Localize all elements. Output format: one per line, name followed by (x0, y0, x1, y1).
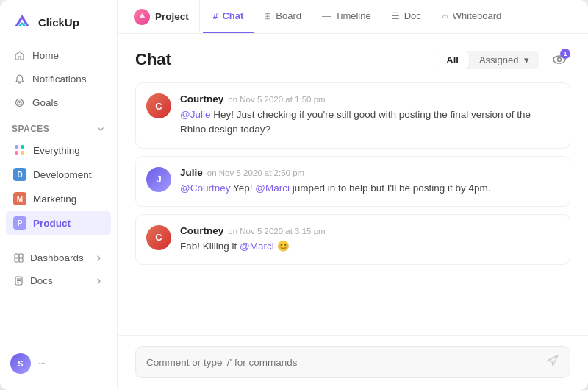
sidebar-bottom: Dashboards Docs (0, 241, 117, 291)
notification-button[interactable]: 1 (548, 49, 570, 71)
user-menu-icon[interactable] (37, 358, 47, 369)
message-body: Courtney on Nov 5 2020 at 1:50 pm @Julie… (180, 93, 558, 138)
clickup-logo-icon (12, 12, 32, 32)
svg-point-4 (18, 102, 20, 103)
tab-chat[interactable]: # Chat (203, 0, 254, 33)
development-dot: D (13, 168, 26, 181)
project-tab[interactable]: Project (129, 0, 200, 33)
message-time: on Nov 5 2020 at 2:50 pm (207, 169, 304, 177)
message-card: J Julie on Nov 5 2020 at 2:50 pm @Courtn… (135, 156, 570, 207)
doc-icon: ☰ (392, 11, 400, 21)
avatar-julie: J (146, 167, 171, 192)
project-icon (134, 9, 150, 25)
svg-point-15 (43, 363, 45, 364)
message-time: on Nov 5 2020 at 1:50 pm (228, 95, 325, 104)
message-card: C Courtney on Nov 5 2020 at 1:50 pm @Jul… (135, 82, 570, 149)
sidebar-item-development[interactable]: D Development (6, 163, 111, 186)
product-dot: P (13, 216, 26, 230)
sidebar-item-product[interactable]: P Product (6, 211, 111, 235)
mention[interactable]: @Courtney (180, 182, 230, 194)
docs-icon (13, 275, 24, 286)
tab-whiteboard[interactable]: ▱ Whiteboard (431, 0, 512, 33)
whiteboard-icon: ▱ (442, 11, 448, 21)
target-icon (13, 96, 25, 108)
app-window: ClickUp Home Notifications Goals (0, 0, 588, 390)
svg-rect-5 (15, 254, 18, 258)
tab-doc[interactable]: ☰ Doc (381, 0, 431, 33)
logo-text: ClickUp (38, 16, 79, 29)
svg-rect-8 (19, 258, 23, 262)
sidebar-item-notifications[interactable]: Notifications (6, 68, 111, 90)
message-body: Courtney on Nov 5 2020 at 3:15 pm Fab! K… (180, 225, 558, 254)
comment-area (118, 335, 588, 390)
svg-rect-6 (19, 254, 23, 258)
chat-header: Chat All Assigned ▾ 1 (135, 49, 570, 71)
everything-icon (13, 143, 26, 157)
notification-badge: 1 (560, 49, 570, 59)
message-meta: Courtney on Nov 5 2020 at 3:15 pm (180, 225, 558, 236)
svg-point-18 (558, 58, 562, 62)
comment-input-wrapper (135, 346, 570, 378)
top-nav: Project # Chat ⊞ Board — Timeline ☰ Doc (118, 0, 588, 34)
message-author: Courtney (180, 225, 223, 236)
message-body: Julie on Nov 5 2020 at 2:50 pm @Courtney… (180, 167, 558, 196)
message-meta: Julie on Nov 5 2020 at 2:50 pm (180, 167, 558, 178)
bell-icon (13, 73, 25, 85)
user-avatar[interactable]: S (10, 353, 31, 374)
spaces-section-label: Spaces (0, 113, 117, 138)
send-icon[interactable] (546, 354, 559, 370)
message-author: Courtney (180, 93, 223, 104)
sidebar-item-dashboards[interactable]: Dashboards (6, 247, 111, 269)
svg-point-14 (41, 363, 43, 364)
message-author: Julie (180, 167, 203, 178)
filter-buttons: All Assigned ▾ (436, 51, 539, 69)
filter-assigned-button[interactable]: Assigned ▾ (469, 51, 539, 69)
svg-point-13 (39, 363, 40, 364)
mention[interactable]: @Marci (240, 241, 274, 252)
message-text: @Courtney Yep! @Marci jumped in to help … (180, 181, 558, 196)
chat-area: Chat All Assigned ▾ 1 (118, 34, 588, 335)
home-icon (13, 49, 25, 61)
message-time: on Nov 5 2020 at 3:15 pm (228, 227, 325, 235)
mention2[interactable]: @Marci (255, 182, 290, 194)
chat-header-right: All Assigned ▾ 1 (436, 49, 570, 71)
sidebar-item-everything[interactable]: Everything (6, 138, 111, 162)
spaces-list: Everything D Development M Marketing P P… (0, 138, 117, 235)
marketing-dot: M (13, 192, 26, 205)
chevron-down-icon (96, 124, 105, 133)
sidebar-nav: Home Notifications Goals (0, 44, 117, 113)
board-icon: ⊞ (264, 11, 271, 21)
main-content: Project # Chat ⊞ Board — Timeline ☰ Doc (118, 0, 588, 390)
chevron-right-docs-icon (95, 277, 104, 286)
assigned-chevron-icon: ▾ (524, 54, 529, 65)
user-avatar-row: S (0, 346, 117, 381)
message-card: C Courtney on Nov 5 2020 at 3:15 pm Fab!… (135, 214, 570, 265)
message-text: @Julie Hey! Just checking if you're stil… (180, 107, 558, 138)
sidebar-item-home[interactable]: Home (6, 44, 111, 66)
message-text: Fab! Killing it @Marci 😊 (180, 239, 558, 254)
chat-title: Chat (135, 50, 171, 69)
svg-marker-0 (15, 15, 29, 26)
filter-all-button[interactable]: All (436, 51, 469, 69)
timeline-icon: — (322, 11, 331, 21)
sidebar-item-marketing[interactable]: M Marketing (6, 187, 111, 210)
comment-input[interactable] (146, 357, 539, 368)
mention[interactable]: @Julie (180, 109, 210, 120)
sidebar: ClickUp Home Notifications Goals (0, 0, 118, 390)
svg-marker-16 (139, 13, 146, 18)
hash-icon: # (213, 11, 218, 21)
tab-timeline[interactable]: — Timeline (312, 0, 381, 33)
message-meta: Courtney on Nov 5 2020 at 1:50 pm (180, 93, 558, 104)
avatar-courtney: C (146, 93, 171, 118)
tab-board[interactable]: ⊞ Board (254, 0, 312, 33)
svg-rect-7 (15, 258, 18, 262)
nav-tabs: # Chat ⊞ Board — Timeline ☰ Doc ▱ Whit (203, 0, 512, 33)
avatar-courtney2: C (146, 225, 171, 250)
dashboard-icon (13, 252, 24, 263)
messages-list: C Courtney on Nov 5 2020 at 1:50 pm @Jul… (135, 82, 570, 335)
sidebar-item-goals[interactable]: Goals (6, 91, 111, 113)
logo: ClickUp (0, 12, 117, 44)
chevron-right-icon (95, 254, 104, 263)
sidebar-item-docs[interactable]: Docs (6, 270, 111, 291)
